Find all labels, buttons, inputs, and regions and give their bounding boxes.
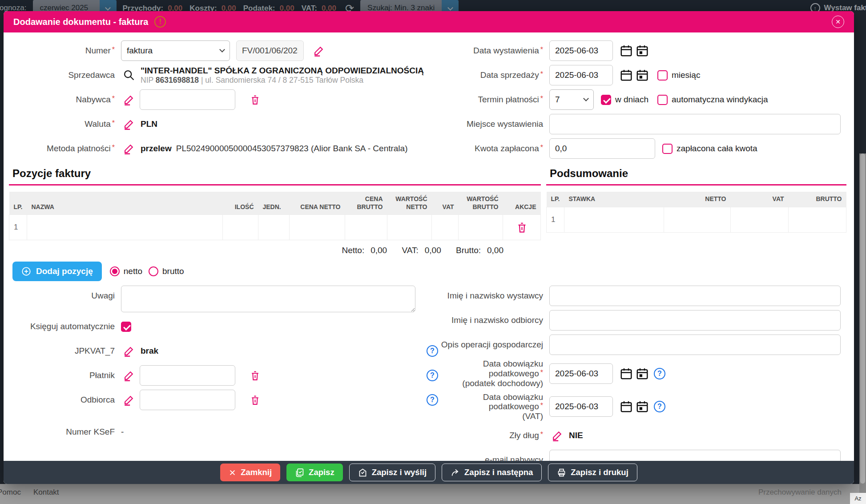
- ksef-label: Numer KSeF: [66, 427, 115, 436]
- row-index: 1: [547, 207, 564, 232]
- close-icon[interactable]: ✕: [832, 16, 844, 28]
- zaplacona-label: zapłacona cała kwota: [677, 144, 757, 153]
- help-link[interactable]: Pomoc: [0, 488, 21, 497]
- add-item-button[interactable]: Dodaj pozycję: [12, 262, 102, 281]
- help-icon[interactable]: ?: [427, 394, 438, 406]
- jpkvat-value: brak: [141, 346, 158, 356]
- chevron-down-icon: [583, 96, 589, 101]
- payment-account: PL50249000050000453057379823 (Alior Bank…: [176, 144, 408, 153]
- edit-pencil-icon[interactable]: [121, 141, 137, 157]
- modal-title: Dodawanie dokumentu - faktura: [13, 17, 148, 27]
- termin-label: Termin płatności: [478, 95, 539, 104]
- save-icon: [295, 468, 304, 477]
- jpkvat-label: JPKVAT_7: [75, 346, 115, 355]
- modal-header: Dodawanie dokumentu - faktura ! ✕: [4, 11, 854, 32]
- vat-date-input[interactable]: [549, 396, 613, 417]
- numer-label: Numer: [85, 46, 111, 55]
- summary-section-title: Podsumowanie: [546, 167, 846, 180]
- calendar-icon[interactable]: [618, 366, 634, 382]
- buyer-email-input[interactable]: [549, 450, 841, 461]
- notes-textarea[interactable]: [121, 286, 415, 312]
- table-row: 1: [9, 215, 541, 240]
- issue-date-input[interactable]: [549, 40, 613, 61]
- items-section-title: Pozycje faktury: [9, 167, 541, 180]
- calendar-day-icon[interactable]: [634, 399, 650, 415]
- help-icon[interactable]: ?: [427, 345, 438, 357]
- email-row: e-mail nabywcy: [438, 450, 846, 461]
- w-dniach-label: w dniach: [615, 95, 648, 105]
- payment-term-select[interactable]: 7: [549, 89, 594, 110]
- nabywca-label: Nabywca: [76, 95, 111, 104]
- income-tax-date-input[interactable]: [549, 363, 613, 384]
- edit-pencil-icon[interactable]: [311, 43, 327, 59]
- windykacja-checkbox[interactable]: [657, 95, 668, 105]
- opis-row: Opis operacji gospodarczej: [438, 335, 846, 355]
- calendar-day-icon[interactable]: [634, 43, 650, 59]
- save-button[interactable]: Zapisz: [286, 464, 343, 481]
- edit-pencil-icon[interactable]: [121, 392, 137, 408]
- termin-platnosci-row: Termin płatności* 7 w dniach automatyczn…: [438, 89, 846, 110]
- calendar-day-icon[interactable]: [634, 366, 650, 382]
- contact-link[interactable]: Kontakt: [33, 488, 59, 497]
- calendar-icon[interactable]: [618, 399, 634, 415]
- help-icon[interactable]: ?: [427, 370, 438, 381]
- netto-radio-label: netto: [124, 266, 142, 276]
- wystawca-label: Imię i nazwisko wystawcy: [447, 291, 543, 300]
- calendar-icon[interactable]: [618, 67, 634, 83]
- save-and-send-button[interactable]: Zapisz i wyślij: [349, 464, 435, 481]
- issue-place-input[interactable]: [549, 114, 841, 134]
- seller-details: NIP 8631698818 | ul. Sandomierska 74 / 8…: [141, 76, 424, 85]
- zly-dlug-row: Zły dług* NIE: [438, 425, 846, 446]
- data-sprzedazy-row: Data sprzedaży* miesiąc: [438, 65, 846, 85]
- zly-dlug-value: NIE: [569, 431, 583, 440]
- buyer-input[interactable]: [140, 89, 235, 110]
- trash-icon[interactable]: [247, 392, 263, 408]
- numer-row: Numer* faktura: [9, 40, 438, 61]
- issuer-name-input[interactable]: [549, 286, 841, 306]
- trash-icon[interactable]: [247, 367, 263, 383]
- edit-pencil-icon[interactable]: [121, 92, 137, 108]
- warning-icon: !: [154, 16, 166, 28]
- ksef-value: -: [121, 427, 124, 437]
- receiver-input[interactable]: [140, 390, 235, 410]
- operation-description-input[interactable]: [549, 335, 841, 355]
- edit-pencil-icon[interactable]: [121, 367, 137, 383]
- w-dniach-checkbox[interactable]: [601, 95, 611, 105]
- payer-input[interactable]: [140, 365, 235, 386]
- font-size-widget[interactable]: Az: [850, 493, 866, 504]
- sale-date-input[interactable]: [549, 65, 613, 85]
- netto-radio[interactable]: [110, 266, 120, 276]
- zly-dlug-label: Zły dług: [509, 431, 539, 440]
- kwota-label: Kwota zapłacona: [475, 144, 539, 153]
- printer-icon: [557, 468, 566, 477]
- recipient-name-input[interactable]: [549, 310, 841, 331]
- add-document-modal: Dodawanie dokumentu - faktura ! ✕ Numer*…: [4, 11, 854, 484]
- data-podatek-row: Data obowiązku podatkowego* (podatek doc…: [438, 359, 846, 388]
- document-type-select[interactable]: faktura: [121, 40, 230, 61]
- edit-pencil-icon[interactable]: [549, 427, 565, 444]
- save-and-next-button[interactable]: Zapisz i następna: [442, 464, 542, 481]
- close-button[interactable]: Zamknij: [220, 464, 280, 481]
- save-and-print-button[interactable]: Zapisz i drukuj: [548, 464, 637, 481]
- edit-pencil-icon[interactable]: [121, 116, 137, 132]
- calendar-icon[interactable]: [618, 43, 634, 59]
- miesiac-checkbox[interactable]: [657, 70, 668, 81]
- edit-pencil-icon[interactable]: [121, 343, 137, 359]
- arrow-next-icon: [451, 468, 460, 477]
- search-icon[interactable]: [121, 67, 137, 83]
- ksieguj-checkbox[interactable]: [121, 322, 131, 332]
- paid-amount-input[interactable]: [549, 138, 655, 159]
- platnik-label: Płatnik: [89, 371, 115, 380]
- zaplacona-checkbox[interactable]: [662, 144, 673, 154]
- document-number-input[interactable]: [236, 40, 304, 61]
- brutto-radio[interactable]: [149, 266, 158, 276]
- help-icon[interactable]: ?: [654, 368, 665, 379]
- item-name-cell[interactable]: [27, 215, 222, 240]
- page-scrollbar[interactable]: [859, 153, 866, 504]
- email-label: e-mail nabywcy: [485, 455, 543, 461]
- trash-icon[interactable]: [247, 92, 263, 108]
- recipient-name-label: Imię i nazwisko odbiorcy: [451, 315, 543, 325]
- trash-icon[interactable]: [514, 219, 530, 235]
- calendar-day-icon[interactable]: [634, 67, 650, 83]
- help-icon[interactable]: ?: [654, 401, 665, 412]
